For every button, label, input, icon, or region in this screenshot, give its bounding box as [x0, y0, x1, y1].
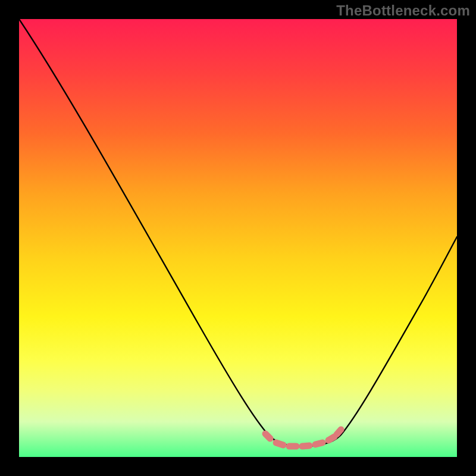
chart-frame: TheBottleneck.com [0, 0, 476, 476]
svg-line-0 [265, 434, 270, 439]
svg-line-1 [276, 443, 283, 445]
bottleneck-curve-path [19, 19, 457, 446]
curve-svg [19, 19, 457, 457]
svg-line-4 [315, 443, 322, 444]
svg-line-3 [302, 446, 309, 446]
svg-line-6 [337, 430, 341, 434]
highlight-segment [265, 430, 341, 446]
svg-line-5 [328, 437, 334, 440]
watermark-text: TheBottleneck.com [336, 2, 470, 19]
